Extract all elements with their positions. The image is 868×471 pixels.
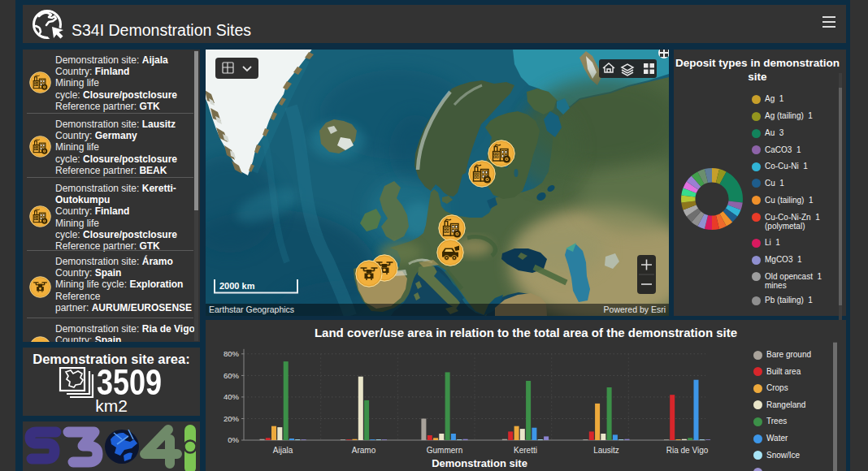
svg-text:Aramo: Aramo	[352, 446, 376, 455]
svg-text:2000 km: 2000 km	[219, 281, 255, 291]
svg-text:Lausitz: Lausitz	[593, 446, 619, 455]
svg-text:60%: 60%	[224, 371, 240, 380]
svg-text:Keretti: Keretti	[514, 446, 537, 455]
svg-text:0%: 0%	[228, 435, 239, 444]
svg-text:Gummern: Gummern	[427, 446, 462, 455]
svg-text:Earthstar Geographics: Earthstar Geographics	[209, 305, 294, 314]
svg-text:Aijala: Aijala	[273, 446, 293, 455]
svg-text:40%: 40%	[224, 392, 240, 401]
svg-text:Powered by Esri: Powered by Esri	[604, 305, 666, 314]
svg-text:Demonstration site: Demonstration site	[432, 457, 527, 469]
svg-text:80%: 80%	[224, 349, 240, 358]
svg-text:20%: 20%	[224, 414, 240, 423]
svg-text:Ria de Vigo: Ria de Vigo	[666, 446, 709, 455]
